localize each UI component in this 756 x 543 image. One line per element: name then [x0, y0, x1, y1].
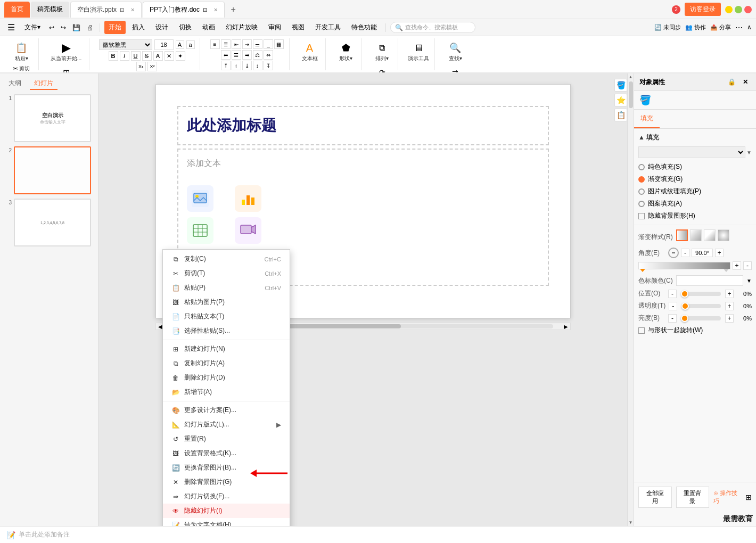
superscript-button[interactable]: X² [147, 62, 157, 71]
list-bullet-button[interactable]: ≡ [210, 39, 220, 49]
grid-view-icon[interactable]: ⊞ [745, 493, 752, 501]
add-color-stop-button[interactable]: + [733, 261, 741, 270]
menu-review[interactable]: 审阅 [264, 21, 285, 34]
ctx-paste-as-image[interactable]: 🖼 粘贴为图片(P) [163, 295, 290, 309]
position-slider-thumb[interactable] [681, 290, 688, 298]
font-family-select[interactable]: 微软雅黑 [99, 39, 152, 50]
panel-icon-3[interactable]: 📋 [614, 109, 627, 121]
ribbon-arrange-button[interactable]: ⧉ 排列▾ [373, 39, 392, 63]
toolbar-undo[interactable]: ↩ [47, 23, 56, 32]
menu-expand[interactable]: ∧ [747, 23, 752, 32]
valign-top-button[interactable]: ⤒ [221, 61, 231, 70]
toolbar-save[interactable]: 💾 [70, 23, 83, 32]
radio-image-fill[interactable]: 图片或纹理填充(P) [638, 187, 752, 196]
color-stop-slider[interactable] [638, 262, 730, 269]
ribbon-rotate-button[interactable]: ⟳ 旋转▾ [373, 64, 392, 73]
radio-gradient-fill[interactable]: 渐变填充(G) [638, 175, 752, 184]
fill-icon[interactable]: 🪣 [639, 94, 651, 106]
font-size-increase[interactable]: A [176, 40, 184, 49]
gradient-style-4[interactable] [718, 229, 729, 241]
align-right-button[interactable]: ➡ [242, 50, 252, 60]
section-fill-title[interactable]: ▲ 填充 [638, 133, 752, 142]
slide-thumb-3[interactable]: 3 1,2,3,4,5,6,7,8 [4, 199, 94, 246]
font-size-decrease[interactable]: a [186, 40, 195, 49]
position-decrease-button[interactable]: - [668, 290, 677, 298]
window-close-button[interactable] [744, 6, 752, 13]
panel-icon-2[interactable]: ⭐ [614, 94, 627, 106]
gradient-style-1[interactable] [676, 229, 688, 241]
ctx-copy[interactable]: ⧉ 复制(C) Ctrl+C [163, 252, 290, 266]
menu-kaishi[interactable]: 开始 [104, 21, 126, 34]
align-center-button[interactable]: ☰ [232, 50, 241, 60]
window-minimize-button[interactable] [725, 6, 733, 13]
indent-decrease-button[interactable]: ⇤ [232, 39, 241, 49]
reset-bg-button[interactable]: 重置背景 [676, 487, 710, 508]
scroll-up-button[interactable]: ▲ [629, 75, 633, 79]
tips-label[interactable]: ⊙ 操作技巧 [713, 489, 741, 505]
checkbox-hide-bg[interactable]: 隐藏背景图形(H) [638, 211, 752, 220]
menu-slideshow[interactable]: 幻灯片放映 [221, 21, 262, 34]
ribbon-find-button[interactable]: 🔍 查找▾ [446, 39, 465, 63]
transparency-increase-button[interactable]: + [725, 302, 734, 310]
new-tab-button[interactable]: + [226, 2, 241, 17]
valign-bottom-button[interactable]: ⤓ [242, 61, 252, 70]
remove-color-stop-button[interactable]: - [743, 261, 752, 270]
menu-hamburger[interactable]: ☰ [4, 22, 18, 32]
note-bar[interactable]: 📝 单击此处添加备注 [0, 526, 756, 543]
ctx-cut[interactable]: ✂ 剪切(T) Ctrl+X [163, 266, 290, 281]
gradient-style-2[interactable] [690, 229, 702, 241]
tab-pptx[interactable]: 空白演示.pptx ⊡ ✕ [70, 2, 142, 18]
column-button[interactable]: ⚌ [253, 39, 262, 49]
ribbon-new-slide-button[interactable]: ⊞ 新建幻灯片▾ [50, 64, 83, 73]
ribbon-replace-button[interactable]: ⇄ 替换 [446, 64, 465, 73]
paragraph-more-button[interactable]: ▦ [274, 39, 284, 49]
bold-button[interactable]: B [109, 51, 118, 61]
checkbox-rotate-with[interactable]: 与形状一起旋转(W) [638, 326, 752, 335]
toolbar-print[interactable]: 🖨 [85, 23, 95, 32]
indent-increase-button[interactable]: ⇥ [242, 39, 252, 49]
slide-title[interactable]: 此处添加标题 [177, 106, 549, 145]
ctx-bg-format[interactable]: 🖼 设置背景格式(K)... [163, 446, 290, 460]
insert-table-button[interactable] [187, 217, 213, 244]
ribbon-cut-button[interactable]: ✂ 剪切 [11, 64, 32, 73]
position-increase-button[interactable]: + [725, 290, 734, 298]
vertical-scrollbar[interactable]: ▲ ▼ [627, 73, 634, 526]
tab-doc-close[interactable]: ✕ [213, 7, 218, 13]
underline-button[interactable]: U [131, 51, 141, 61]
tab-doc[interactable]: PPT入门教程.doc ⊡ ✕ [143, 2, 225, 18]
ctx-transition[interactable]: ⇒ 幻灯片切换(F)... [163, 489, 290, 504]
scroll-down-button[interactable]: ▼ [629, 520, 633, 525]
ctx-hide-slide[interactable]: 👁 隐藏幻灯片(I) [163, 504, 290, 518]
menu-view[interactable]: 视图 [287, 21, 309, 34]
font-size-input[interactable] [154, 39, 174, 50]
transparency-slider-thumb[interactable] [681, 302, 689, 310]
shadow-button[interactable]: A [153, 51, 163, 61]
right-panel-lock-icon[interactable]: 🔒 [726, 77, 737, 87]
distribute-button[interactable]: ⇔ [264, 50, 273, 60]
scroll-right-button[interactable]: ▶ [562, 324, 570, 330]
menu-switch[interactable]: 切换 [175, 21, 196, 34]
panel-icon-1[interactable]: 🪣 [614, 79, 627, 92]
list-number-button[interactable]: ≣ [221, 39, 231, 49]
gradient-style-3[interactable] [704, 229, 716, 241]
toolbar-redo[interactable]: ↪ [59, 23, 68, 32]
menu-sync[interactable]: 🔄 未同步 [654, 23, 681, 32]
radio-solid-fill[interactable]: 纯色填充(S) [638, 162, 752, 171]
ctx-more-design[interactable]: 🎨 更多设计方案(E)... [163, 403, 290, 417]
ctx-dup-slide[interactable]: ⧉ 复制幻灯片(A) [163, 356, 290, 371]
menu-share[interactable]: 📤 分享 [710, 23, 731, 32]
text-direction-button[interactable]: ⎯ [264, 39, 273, 49]
brightness-decrease-button[interactable]: - [668, 314, 677, 323]
ctx-paste-special[interactable]: 📑 选择性粘贴(S)... [163, 324, 290, 338]
angle-increase-button[interactable]: + [715, 249, 724, 257]
para-space-button[interactable]: ↧ [264, 61, 273, 70]
tab-pptx-close[interactable]: ✕ [130, 7, 135, 13]
ribbon-shape-button[interactable]: ⬟ 形状▾ [336, 39, 356, 63]
ctx-reset[interactable]: ↺ 重置(R) [163, 432, 290, 446]
strikethrough-button[interactable]: S [142, 51, 152, 61]
ctx-slide-layout[interactable]: 📐 幻灯片版式(L)... ▶ [163, 417, 290, 432]
panel-tab-slides[interactable]: 幻灯片 [30, 78, 57, 90]
menu-collab[interactable]: 👥 协作 [685, 23, 706, 32]
char-space-button[interactable]: ✕ [165, 51, 174, 61]
ribbon-textbox-button[interactable]: A 文本框 [300, 39, 320, 63]
